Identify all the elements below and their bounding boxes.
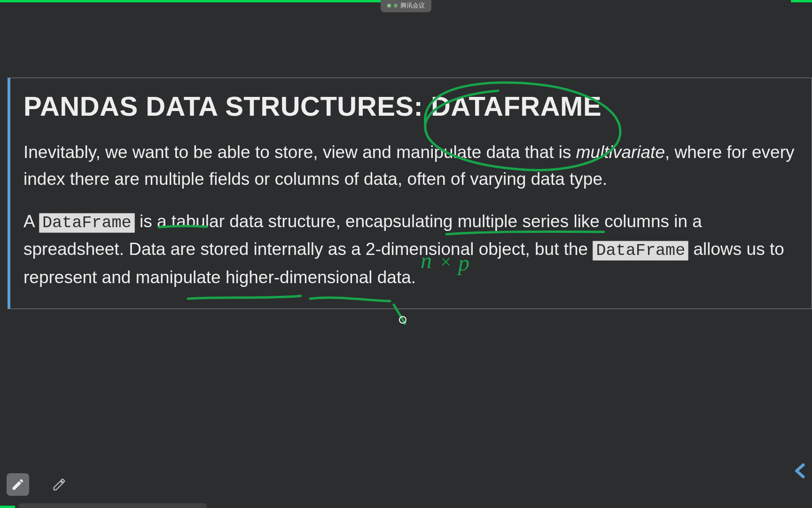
status-dot-icon <box>387 4 391 8</box>
pencil-icon <box>52 477 66 492</box>
annotate-outline-button[interactable] <box>48 473 70 496</box>
edge-accent-bottom-left <box>0 506 15 508</box>
emphasis-multivariate: multivariate <box>576 143 665 162</box>
presenter-toolbar <box>7 473 70 496</box>
annotate-button[interactable] <box>7 473 29 496</box>
slide-paragraph-1: Inevitably, we want to be able to store,… <box>23 139 798 193</box>
status-dot-icon <box>394 4 398 8</box>
presenter-cursor <box>399 316 406 324</box>
edge-accent-top-left <box>0 0 385 2</box>
meeting-bar[interactable]: 腾讯会议 <box>381 0 431 12</box>
horizontal-scrollbar[interactable] <box>19 503 207 508</box>
slide-heading: PANDAS DATA STRUCTURES: DATAFRAME <box>23 91 798 122</box>
code-dataframe: DataFrame <box>593 241 688 261</box>
slide-paragraph-2: A DataFrame is a tabular data structure,… <box>23 208 798 291</box>
text-segment: Inevitably, we want to be able to store,… <box>23 143 576 162</box>
pencil-icon <box>11 477 25 492</box>
text-segment: A <box>23 212 39 231</box>
edge-accent-top-right <box>791 0 812 2</box>
meeting-bar-label: 腾讯会议 <box>400 1 425 10</box>
slide-content-card: PANDAS DATA STRUCTURES: DATAFRAME Inevit… <box>8 78 812 309</box>
chevron-left-icon <box>791 460 809 482</box>
code-dataframe: DataFrame <box>39 213 135 233</box>
nav-collapse-button[interactable] <box>791 460 809 484</box>
